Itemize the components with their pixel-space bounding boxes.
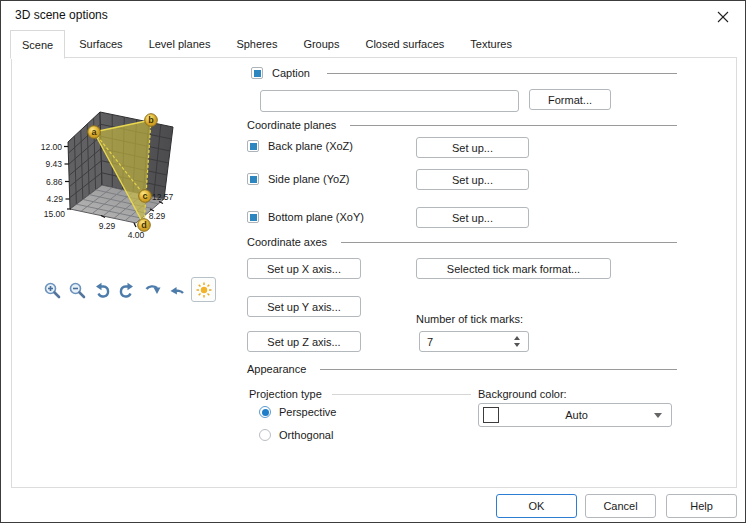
dialog-3d-scene-options: 3D scene options Scene Surfaces Level pl… (0, 0, 746, 523)
perspective-radio[interactable] (259, 406, 271, 418)
tab-closed-surfaces[interactable]: Closed surfaces (353, 30, 456, 58)
vertex-label-b: b (148, 115, 154, 125)
vertex-label-d: d (141, 220, 147, 230)
spinner-up-icon[interactable] (514, 336, 520, 340)
tick-count-value: 7 (420, 336, 514, 348)
caption-divider (327, 73, 677, 74)
z-tick-label: 12.00 (41, 142, 63, 152)
side-plane-row[interactable]: Side plane (YoZ) (247, 173, 350, 185)
tab-bar: Scene Surfaces Level planes Spheres Grou… (10, 30, 526, 58)
ok-button[interactable]: OK (496, 494, 577, 518)
setup-x-axis-button[interactable]: Set up X axis... (247, 258, 361, 279)
back-plane-setup-button[interactable]: Set up... (416, 137, 529, 158)
scene-preview[interactable]: 12.00 9.43 6.86 4.29 15.00 9.29 4.00 8.2… (11, 97, 201, 247)
tick-count-label: Number of tick marks: (416, 313, 523, 325)
projection-type-label: Projection type (249, 388, 322, 400)
lighting-toggle[interactable] (191, 277, 216, 302)
rotate-backward-icon[interactable] (166, 279, 188, 301)
background-color-dropdown[interactable]: Auto (478, 403, 672, 427)
coordinate-axes-header: Coordinate axes (247, 236, 677, 248)
right-tick-label: 12.57 (152, 192, 174, 202)
x-tick-label: 9.29 (99, 221, 116, 231)
zoom-in-icon[interactable] (41, 279, 63, 301)
z-tick-label: 9.43 (45, 159, 62, 169)
view-toolbar (41, 277, 216, 302)
coordinate-planes-divider (350, 125, 677, 126)
tab-level-planes[interactable]: Level planes (137, 30, 223, 58)
dialog-title: 3D scene options (15, 8, 108, 22)
right-tick-label: 8.29 (149, 211, 166, 221)
coordinate-planes-title: Coordinate planes (247, 119, 336, 131)
projection-type-header: Projection type (249, 388, 471, 400)
rotate-forward-icon[interactable] (141, 279, 163, 301)
perspective-radio-row[interactable]: Perspective (259, 406, 336, 418)
coordinate-axes-divider (341, 242, 677, 243)
selected-tick-mark-format-button[interactable]: Selected tick mark format... (416, 258, 611, 279)
setup-y-axis-button[interactable]: Set up Y axis... (247, 296, 361, 317)
background-color-value: Auto (499, 409, 654, 421)
caption-label: Caption (272, 67, 310, 79)
vertex-label-c: c (142, 191, 147, 201)
coordinate-axes-title: Coordinate axes (247, 236, 327, 248)
help-button[interactable]: Help (666, 494, 737, 518)
corner-label: 15.00 (44, 209, 66, 219)
z-tick-label: 6.86 (46, 177, 63, 187)
projection-type-divider (332, 394, 471, 395)
scene-preview-canvas: 12.00 9.43 6.86 4.29 15.00 9.29 4.00 8.2… (11, 97, 201, 247)
close-icon (717, 11, 729, 23)
tab-surfaces[interactable]: Surfaces (67, 30, 134, 58)
appearance-header: Appearance (247, 363, 677, 375)
back-plane-checkbox[interactable] (247, 140, 259, 152)
caption-checkbox-row[interactable]: Caption (251, 67, 677, 79)
tab-spheres[interactable]: Spheres (224, 30, 289, 58)
caption-format-button[interactable]: Format... (529, 89, 611, 110)
back-plane-label: Back plane (XoZ) (268, 140, 353, 152)
back-plane-row[interactable]: Back plane (XoZ) (247, 140, 353, 152)
appearance-title: Appearance (247, 363, 306, 375)
chevron-down-icon (654, 413, 662, 418)
bottom-plane-checkbox[interactable] (247, 211, 259, 223)
background-color-swatch (483, 407, 499, 423)
perspective-label: Perspective (279, 406, 336, 418)
orthogonal-label: Orthogonal (279, 429, 333, 441)
side-plane-label: Side plane (YoZ) (268, 173, 350, 185)
appearance-divider (320, 369, 677, 370)
orthogonal-radio-row[interactable]: Orthogonal (259, 429, 333, 441)
coordinate-planes-header: Coordinate planes (247, 119, 677, 131)
cancel-button[interactable]: Cancel (585, 494, 656, 518)
bottom-plane-row[interactable]: Bottom plane (XoY) (247, 211, 364, 223)
orthogonal-radio[interactable] (259, 429, 271, 441)
spinner-down-icon[interactable] (514, 343, 520, 347)
caption-input[interactable] (260, 90, 519, 112)
bottom-plane-setup-button[interactable]: Set up... (416, 207, 529, 228)
caption-checkbox[interactable] (251, 67, 263, 79)
side-plane-checkbox[interactable] (247, 173, 259, 185)
setup-z-axis-button[interactable]: Set up Z axis... (247, 331, 361, 352)
zoom-out-icon[interactable] (66, 279, 88, 301)
tab-textures[interactable]: Textures (458, 30, 524, 58)
bottom-plane-label: Bottom plane (XoY) (268, 211, 364, 223)
z-tick-label: 4.29 (46, 194, 63, 204)
tab-scene[interactable]: Scene (10, 30, 65, 59)
tab-groups[interactable]: Groups (291, 30, 351, 58)
rotate-left-icon[interactable] (91, 279, 113, 301)
background-color-label: Background color: (478, 388, 567, 400)
close-button[interactable] (713, 7, 733, 27)
sun-icon (195, 281, 213, 299)
side-plane-setup-button[interactable]: Set up... (416, 169, 529, 190)
tick-count-spinner[interactable]: 7 (419, 331, 529, 352)
rotate-right-icon[interactable] (116, 279, 138, 301)
